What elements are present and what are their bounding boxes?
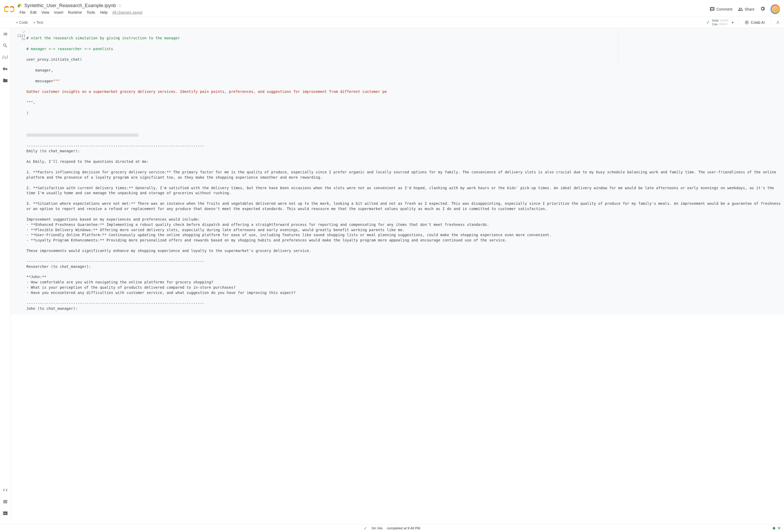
add-text-button[interactable]: + Text	[31, 19, 46, 26]
header: Syntethic_User_Reasearch_Example.ipynb ☆…	[0, 0, 784, 17]
toc-icon[interactable]	[2, 31, 8, 37]
resource-meter[interactable]: RAM Disk	[712, 19, 728, 26]
close-icon[interactable]: ✕	[777, 526, 781, 531]
completion-time: completed at 9:46 PM	[387, 526, 420, 530]
menu-bar: File Edit View Insert Runtime Tools Help…	[18, 9, 709, 16]
toolbar: + Code + Text ✓ RAM Disk ▾ Colab AI ᐱ	[0, 17, 784, 28]
files-icon[interactable]	[2, 78, 8, 83]
title-area: Syntethic_User_Reasearch_Example.ipynb ☆…	[18, 3, 709, 16]
star-icon[interactable]: ☆	[118, 3, 122, 9]
drive-icon	[18, 3, 22, 8]
command-palette-icon[interactable]	[2, 499, 8, 505]
resource-dropdown[interactable]: ▾	[730, 19, 735, 26]
check-icon: ✓	[364, 526, 367, 531]
share-button[interactable]: Share	[738, 7, 754, 12]
cell-gutter: ✓ [12] 2m	[11, 28, 26, 315]
cell-output[interactable]: ----------------------------------------…	[26, 137, 784, 313]
execution-duration: 3m 34s	[371, 526, 383, 530]
content[interactable]: ✓ [12] 2m # start the reasearch simulati…	[10, 28, 784, 524]
horizontal-scrollbar[interactable]	[26, 134, 138, 137]
menu-insert[interactable]: Insert	[52, 9, 65, 16]
filename[interactable]: Syntethic_User_Reasearch_Example.ipynb	[24, 3, 116, 8]
menu-view[interactable]: View	[39, 9, 52, 16]
menu-edit[interactable]: Edit	[28, 9, 39, 16]
header-actions: Comment Share	[709, 5, 780, 14]
footer: ✓ 3m 34s completed at 9:46 PM ✕	[0, 524, 784, 532]
status-dot-icon	[773, 527, 775, 530]
search-icon[interactable]	[2, 43, 8, 49]
menu-tools[interactable]: Tools	[84, 9, 97, 16]
main: {x} ✓ [12] 2m # start the reasearch simu…	[0, 28, 784, 524]
colab-logo-icon[interactable]	[4, 4, 14, 14]
gear-icon[interactable]	[760, 6, 765, 12]
collapse-button[interactable]: ᐱ	[774, 19, 782, 26]
variables-icon[interactable]: {x}	[2, 54, 8, 60]
cell-body: # start the reasearch simulation by givi…	[26, 28, 784, 315]
menu-runtime[interactable]: Runtime	[66, 9, 84, 16]
save-status[interactable]: All changes saved	[110, 9, 144, 16]
add-code-button[interactable]: + Code	[13, 19, 31, 26]
secrets-icon[interactable]	[2, 66, 8, 72]
menu-help[interactable]: Help	[98, 9, 110, 16]
avatar[interactable]	[771, 5, 780, 14]
sidebar: {x}	[0, 28, 10, 524]
code-cell[interactable]: ✓ [12] 2m # start the reasearch simulati…	[10, 28, 784, 315]
comment-button[interactable]: Comment	[709, 7, 732, 12]
share-label: Share	[745, 7, 754, 11]
check-icon: ✓	[706, 20, 710, 25]
terminal-icon[interactable]	[2, 510, 8, 516]
check-icon: ✓	[13, 30, 25, 34]
svg-point-0	[745, 21, 748, 24]
colab-ai-button[interactable]: Colab AI	[742, 19, 767, 26]
svg-point-1	[746, 22, 748, 23]
code-snippets-icon[interactable]	[2, 487, 8, 493]
menu-file[interactable]: File	[18, 9, 28, 16]
execution-count: [12]	[17, 34, 25, 38]
comment-label: Comment	[717, 7, 732, 11]
execution-time: 2m	[13, 38, 25, 41]
code-editor[interactable]: # start the reasearch simulation by givi…	[26, 30, 784, 132]
